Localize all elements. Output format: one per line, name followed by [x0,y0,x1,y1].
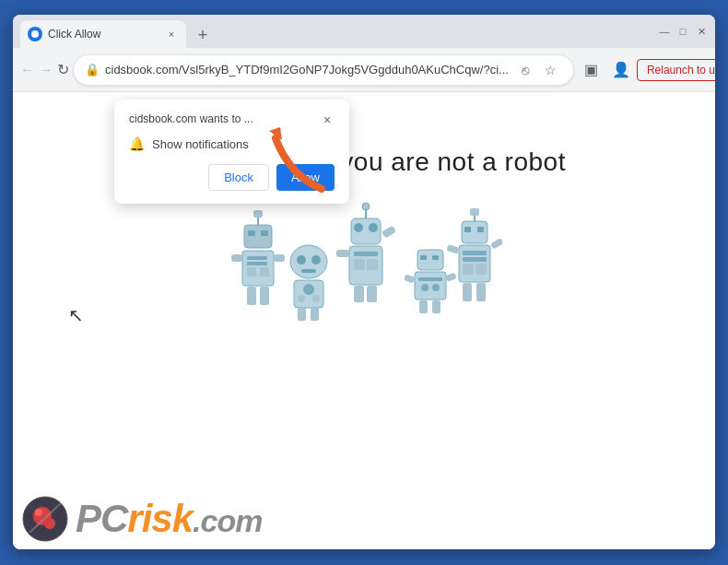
svg-rect-10 [247,267,256,277]
svg-rect-25 [311,308,319,321]
svg-rect-28 [351,218,381,244]
forward-button[interactable]: → [39,55,53,85]
relaunch-button[interactable]: Relaunch to update [637,59,715,81]
refresh-button[interactable]: ↻ [57,55,69,85]
svg-rect-42 [415,272,446,300]
robots-svg [226,199,502,337]
svg-rect-34 [367,259,378,270]
svg-rect-40 [420,255,427,260]
close-button[interactable]: ✕ [695,25,708,38]
mouse-cursor: ↖ [68,304,84,326]
block-button[interactable]: Block [208,164,269,191]
svg-point-22 [298,295,305,302]
arrow-icon [262,120,335,203]
svg-rect-3 [253,210,263,218]
browser-window: Click Allow × + — □ ✕ ← → ↻ 🔒 cidsbook.c… [13,15,715,549]
svg-point-66 [35,509,42,516]
tab-close-button[interactable]: × [164,27,179,41]
svg-rect-49 [445,273,457,282]
bookmark-icon[interactable]: ☆ [540,59,562,81]
robots-illustration [226,199,502,337]
svg-rect-12 [247,287,256,305]
window-controls: — □ ✕ [658,25,708,38]
pc-label: PC [76,497,127,541]
svg-rect-9 [247,262,267,265]
title-bar: Click Allow × + — □ ✕ [13,15,715,48]
svg-rect-13 [260,287,269,305]
svg-rect-60 [463,283,472,301]
pcrisk-logo-icon [22,496,68,542]
svg-rect-54 [477,227,484,232]
pcrisk-text: PC risk .com [76,497,262,541]
lock-icon: 🔒 [85,63,100,77]
notification-label: Show notifications [152,137,249,151]
navigation-bar: ← → ↻ 🔒 cidsbook.com/Vsl5rkyB_YTDf9mI2Go… [13,48,715,92]
svg-point-45 [432,284,440,291]
svg-rect-6 [261,230,268,236]
extension-icon[interactable]: ▣ [578,56,605,84]
svg-rect-37 [382,226,396,239]
svg-rect-11 [260,267,269,277]
risk-label: risk [127,497,193,541]
tab-strip: Click Allow × + [20,15,654,48]
svg-rect-63 [490,238,502,250]
svg-rect-24 [298,308,306,321]
svg-point-67 [44,518,55,529]
svg-point-16 [290,245,327,278]
svg-rect-46 [419,300,428,313]
svg-rect-41 [432,255,439,260]
tab-favicon [28,27,42,41]
svg-rect-51 [470,208,479,216]
new-tab-button[interactable]: + [190,22,216,48]
svg-rect-35 [354,286,364,302]
svg-point-23 [312,295,320,302]
minimize-button[interactable]: — [658,25,671,38]
svg-point-27 [362,203,370,210]
svg-rect-56 [463,251,487,255]
svg-point-30 [369,223,378,232]
svg-rect-32 [354,252,378,256]
tab-title: Click Allow [48,28,159,41]
svg-rect-38 [336,250,349,257]
active-tab[interactable]: Click Allow × [20,20,186,48]
svg-rect-62 [446,244,460,254]
svg-point-21 [303,284,314,295]
svg-rect-47 [432,300,440,313]
address-icons: ⎋ ☆ [514,59,562,81]
svg-rect-4 [244,225,272,248]
svg-rect-36 [367,286,377,302]
svg-rect-15 [274,254,285,262]
svg-rect-57 [463,257,487,262]
svg-rect-43 [418,277,442,281]
svg-rect-61 [476,283,486,301]
back-button[interactable]: ← [20,55,35,85]
svg-rect-48 [404,274,416,283]
svg-rect-14 [231,254,242,262]
svg-rect-58 [463,264,474,275]
svg-rect-59 [476,264,487,275]
svg-rect-19 [301,269,316,273]
address-text: cidsbook.com/Vsl5rkyB_YTDf9mI2GoNP7Jokg5… [105,63,509,77]
page-content: cidsbook.com wants to ... × 🔔 Show notif… [13,92,715,549]
svg-point-44 [421,284,429,291]
bell-icon: 🔔 [129,136,145,151]
svg-rect-8 [247,256,267,260]
share-icon[interactable]: ⎋ [514,59,536,81]
svg-point-17 [297,255,306,265]
svg-point-18 [311,255,321,265]
arrow-container [262,120,335,206]
svg-rect-5 [248,230,255,236]
address-bar[interactable]: 🔒 cidsbook.com/Vsl5rkyB_YTDf9mI2GoNP7Jok… [73,54,574,86]
svg-rect-33 [354,259,365,270]
svg-point-29 [354,223,363,232]
browser-toolbar-right: ▣ 👤 Relaunch to update ⋮ [578,56,715,84]
dotcom-label: .com [193,503,262,539]
popup-site-label: cidsbook.com wants to ... [129,112,253,125]
svg-rect-53 [464,227,471,232]
watermark: PC risk .com [22,496,262,542]
maximize-button[interactable]: □ [676,25,689,38]
profile-icon[interactable]: 👤 [607,56,635,84]
